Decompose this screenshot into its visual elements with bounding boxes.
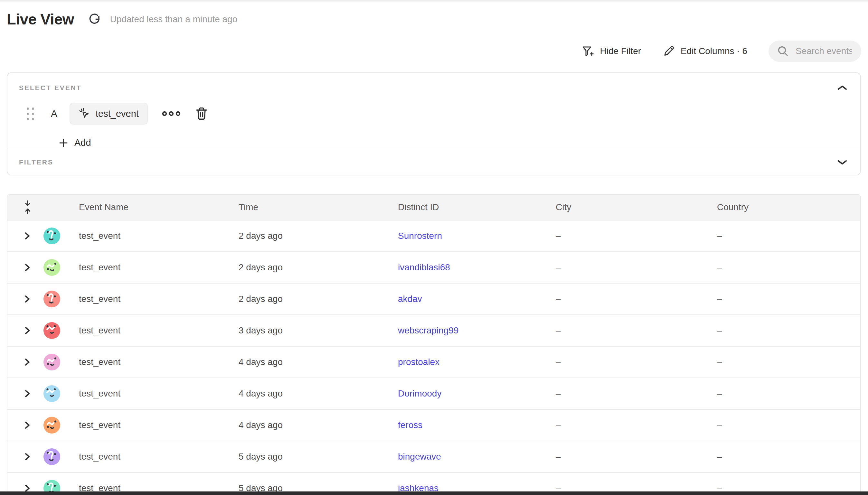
cell-distinct-id-link[interactable]: feross: [398, 420, 422, 430]
column-header-event-name[interactable]: Event Name: [79, 202, 129, 212]
column-header-distinct-id[interactable]: Distinct ID: [398, 202, 439, 212]
expand-row-chevron-icon[interactable]: [24, 263, 31, 272]
cell-city: –: [556, 294, 561, 304]
funnel-plus-icon: [581, 45, 594, 57]
event-select-chip[interactable]: test_event: [70, 103, 148, 124]
cell-event-name: test_event: [79, 389, 120, 399]
table-body: test_event 2 days ago Sunrostern – –: [7, 220, 860, 495]
expand-filters-chevron-down-icon[interactable]: [837, 159, 847, 166]
table-row: test_event 4 days ago prostoalex – –: [7, 347, 860, 378]
expand-row-chevron-icon[interactable]: [24, 358, 31, 366]
hide-filter-button[interactable]: Hide Filter: [581, 45, 641, 57]
expand-row-chevron-icon[interactable]: [24, 294, 31, 304]
cell-time: 2 days ago: [239, 262, 283, 273]
drag-handle-icon[interactable]: [27, 107, 34, 120]
user-avatar[interactable]: [44, 448, 60, 465]
cell-time: 2 days ago: [239, 294, 283, 304]
user-avatar[interactable]: [44, 259, 60, 276]
user-avatar[interactable]: [44, 417, 60, 433]
search-events-input[interactable]: [795, 46, 853, 57]
cell-time: 4 days ago: [239, 420, 283, 430]
table-row: test_event 3 days ago webscraping99 – –: [7, 315, 860, 347]
cell-event-name: test_event: [79, 451, 120, 462]
cell-distinct-id-link[interactable]: Dorimoody: [398, 389, 441, 399]
updated-status: Updated less than a minute ago: [110, 14, 237, 24]
cell-event-name: test_event: [79, 357, 120, 367]
cell-time: 3 days ago: [239, 325, 283, 336]
event-chip-label: test_event: [96, 108, 139, 119]
edit-columns-label: Edit Columns · 6: [681, 46, 747, 56]
table-header: Event Name Time Distinct ID City Country: [7, 195, 860, 220]
cell-city: –: [556, 262, 561, 273]
cell-distinct-id-link[interactable]: ivandiblasi68: [398, 262, 450, 273]
cell-country: –: [717, 262, 722, 273]
cell-distinct-id-link[interactable]: webscraping99: [398, 325, 458, 336]
cell-country: –: [717, 325, 722, 336]
user-avatar[interactable]: [44, 354, 60, 371]
cell-distinct-id-link[interactable]: bingewave: [398, 451, 441, 462]
add-event-button[interactable]: Add: [58, 137, 860, 148]
query-builder-card: SELECT EVENT A: [7, 72, 861, 175]
trash-icon: [195, 107, 208, 120]
user-avatar[interactable]: [44, 385, 60, 402]
cell-city: –: [556, 357, 561, 367]
cell-distinct-id-link[interactable]: akdav: [398, 294, 422, 304]
expand-row-chevron-icon[interactable]: [24, 326, 31, 335]
user-avatar[interactable]: [44, 227, 60, 244]
live-view-page: Live View Updated less than a minute ago…: [0, 0, 868, 495]
cell-city: –: [556, 325, 561, 336]
column-header-city[interactable]: City: [556, 202, 571, 212]
cell-city: –: [556, 231, 561, 241]
page-header: Live View Updated less than a minute ago: [7, 10, 237, 28]
cell-event-name: test_event: [79, 231, 120, 241]
table-row: test_event 2 days ago ivandiblasi68 – –: [7, 252, 860, 284]
table-row: test_event 4 days ago feross – –: [7, 410, 860, 441]
cell-time: 4 days ago: [239, 357, 283, 367]
pencil-icon: [662, 45, 675, 57]
column-header-time[interactable]: Time: [239, 202, 258, 212]
search-icon: [777, 45, 789, 57]
edit-columns-button[interactable]: Edit Columns · 6: [662, 45, 747, 57]
expand-row-chevron-icon[interactable]: [24, 421, 31, 430]
cell-distinct-id-link[interactable]: Sunrostern: [398, 231, 442, 241]
cell-country: –: [717, 451, 722, 462]
search-events-box[interactable]: [768, 40, 861, 62]
cell-city: –: [556, 420, 561, 430]
bottom-bar: [0, 492, 868, 495]
table-row: test_event 2 days ago Sunrostern – –: [7, 220, 860, 252]
column-header-country[interactable]: Country: [717, 202, 749, 212]
collapse-all-rows-icon[interactable]: [23, 200, 32, 215]
refresh-button[interactable]: [88, 12, 102, 27]
events-table: Event Name Time Distinct ID City Country: [7, 194, 861, 495]
user-avatar[interactable]: [44, 291, 60, 307]
page-title: Live View: [7, 10, 74, 28]
cell-event-name: test_event: [79, 420, 120, 430]
cell-city: –: [556, 451, 561, 462]
cell-time: 5 days ago: [239, 451, 283, 462]
filters-section: FILTERS: [7, 149, 860, 175]
cell-country: –: [717, 294, 722, 304]
cell-country: –: [717, 231, 722, 241]
add-label: Add: [74, 137, 91, 148]
page-top-edge: [0, 0, 868, 3]
cell-distinct-id-link[interactable]: prostoalex: [398, 357, 440, 367]
refresh-icon: [88, 12, 102, 27]
expand-row-chevron-icon[interactable]: [24, 232, 31, 240]
table-row: test_event 2 days ago akdav – –: [7, 284, 860, 315]
expand-row-chevron-icon[interactable]: [24, 452, 31, 461]
cell-event-name: test_event: [79, 325, 120, 336]
cell-country: –: [717, 389, 722, 399]
cell-time: 4 days ago: [239, 389, 283, 399]
collapse-section-chevron-up-icon[interactable]: [837, 85, 847, 91]
delete-event-button[interactable]: [195, 107, 208, 120]
toolbar: Hide Filter Edit Columns · 6: [581, 40, 861, 62]
plus-icon: [58, 138, 68, 148]
expand-row-chevron-icon[interactable]: [24, 389, 31, 398]
cell-event-name: test_event: [79, 262, 120, 273]
select-event-label: SELECT EVENT: [19, 84, 860, 92]
cell-country: –: [717, 357, 722, 367]
three-circles-more-icon: [162, 110, 181, 117]
more-options-button[interactable]: [162, 110, 181, 117]
filters-label: FILTERS: [19, 158, 53, 166]
user-avatar[interactable]: [44, 322, 60, 339]
